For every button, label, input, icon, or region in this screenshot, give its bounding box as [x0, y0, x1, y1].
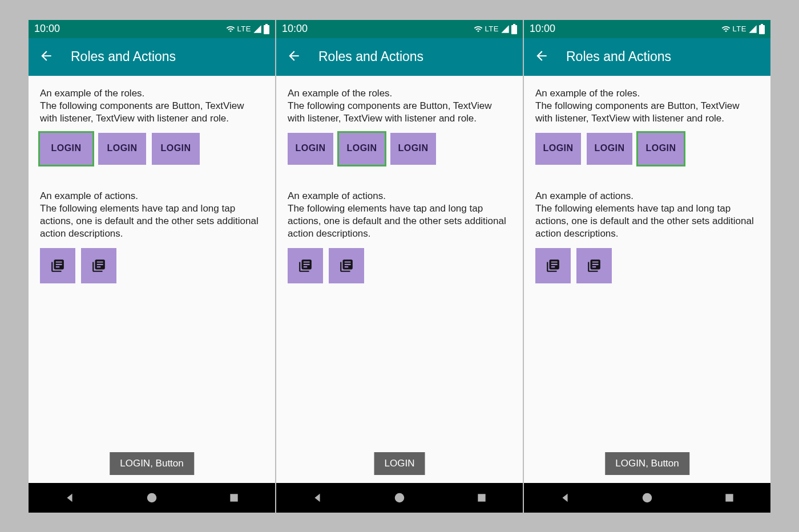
toast: LOGIN, Button [605, 452, 689, 475]
battery-icon [264, 24, 269, 34]
login-button-2[interactable]: LOGIN [587, 133, 632, 165]
signal-icon [748, 25, 757, 34]
nav-bar [276, 483, 523, 513]
phone-screen-2: 10:00 LTE Roles and Actions An example o… [276, 20, 523, 513]
svg-rect-1 [230, 494, 237, 501]
clock: 10:00 [34, 23, 60, 35]
content-area: An example of the roles. The following c… [29, 76, 275, 483]
login-button-row: LOGIN LOGIN LOGIN [40, 133, 264, 165]
actions-description: The following elements have tap and long… [40, 202, 264, 240]
svg-rect-3 [478, 494, 485, 501]
nav-recent-icon[interactable] [227, 490, 241, 505]
actions-heading: An example of actions. [288, 190, 511, 202]
signal-icon [501, 25, 510, 34]
library-books-icon [91, 258, 106, 273]
signal-icon [253, 25, 262, 34]
nav-bar [524, 483, 770, 513]
roles-description: The following components are Button, Tex… [40, 100, 264, 125]
action-button-1[interactable] [40, 248, 75, 283]
toast: LOGIN, Button [110, 452, 194, 475]
action-button-row [288, 248, 511, 283]
clock: 10:00 [530, 23, 555, 35]
login-button-2[interactable]: LOGIN [98, 133, 146, 165]
login-button-1[interactable]: LOGIN [40, 133, 92, 165]
action-button-2[interactable] [329, 248, 364, 283]
network-label: LTE [733, 25, 746, 33]
screenshot-row: 10:00 LTE Roles and Actions An example o… [29, 20, 770, 513]
wifi-icon [473, 25, 483, 34]
battery-icon [759, 24, 765, 34]
nav-back-icon[interactable] [62, 490, 77, 505]
page-title: Roles and Actions [318, 49, 423, 64]
actions-section: An example of actions. The following ele… [288, 190, 511, 283]
nav-recent-icon[interactable] [722, 490, 737, 505]
login-button-row: LOGIN LOGIN LOGIN [288, 133, 511, 165]
network-label: LTE [237, 25, 251, 33]
library-books-icon [546, 258, 560, 273]
clock: 10:00 [282, 23, 308, 35]
action-button-row [535, 248, 759, 283]
nav-home-icon[interactable] [640, 490, 655, 505]
action-button-1[interactable] [535, 248, 571, 283]
roles-description: The following components are Button, Tex… [288, 100, 511, 125]
actions-section: An example of actions. The following ele… [535, 190, 759, 283]
page-title: Roles and Actions [566, 49, 671, 64]
app-bar: Roles and Actions [524, 38, 770, 76]
svg-point-4 [643, 493, 652, 502]
login-button-2[interactable]: LOGIN [339, 133, 385, 165]
app-bar: Roles and Actions [276, 38, 523, 76]
nav-bar [29, 483, 275, 513]
roles-heading: An example of the roles. [288, 87, 511, 100]
roles-description: The following components are Button, Tex… [535, 100, 759, 125]
status-icons: LTE [473, 24, 517, 34]
roles-heading: An example of the roles. [40, 87, 264, 100]
back-icon[interactable] [39, 48, 54, 66]
login-button-row: LOGIN LOGIN LOGIN [535, 133, 759, 165]
nav-back-icon[interactable] [558, 490, 572, 505]
svg-point-0 [147, 493, 157, 502]
action-button-2[interactable] [81, 248, 116, 283]
app-bar: Roles and Actions [29, 38, 275, 76]
nav-recent-icon[interactable] [474, 490, 489, 505]
login-button-1[interactable]: LOGIN [288, 133, 333, 165]
toast: LOGIN [374, 452, 425, 475]
library-books-icon [50, 258, 65, 273]
library-books-icon [298, 258, 313, 273]
actions-heading: An example of actions. [40, 190, 264, 202]
status-bar: 10:00 LTE [29, 20, 275, 38]
content-area: An example of the roles. The following c… [276, 76, 523, 483]
login-button-3[interactable]: LOGIN [152, 133, 200, 165]
action-button-row [40, 248, 264, 283]
nav-back-icon[interactable] [310, 490, 325, 505]
page-title: Roles and Actions [71, 49, 176, 64]
phone-screen-3: 10:00 LTE Roles and Actions An example o… [524, 20, 770, 513]
phone-screen-1: 10:00 LTE Roles and Actions An example o… [29, 20, 275, 513]
network-label: LTE [485, 25, 499, 33]
back-icon[interactable] [534, 48, 549, 66]
content-area: An example of the roles. The following c… [524, 76, 770, 483]
login-button-3[interactable]: LOGIN [638, 133, 684, 165]
actions-description: The following elements have tap and long… [288, 202, 511, 240]
status-icons: LTE [225, 24, 269, 34]
nav-home-icon[interactable] [144, 490, 159, 505]
battery-icon [511, 24, 517, 34]
back-icon[interactable] [286, 48, 301, 66]
wifi-icon [721, 25, 731, 34]
status-bar: 10:00 LTE [524, 20, 770, 38]
wifi-icon [225, 25, 236, 34]
actions-heading: An example of actions. [535, 190, 759, 202]
action-button-1[interactable] [288, 248, 323, 283]
actions-description: The following elements have tap and long… [535, 202, 759, 240]
status-icons: LTE [721, 24, 765, 34]
nav-home-icon[interactable] [392, 490, 407, 505]
svg-rect-5 [725, 494, 733, 501]
status-bar: 10:00 LTE [276, 20, 523, 38]
library-books-icon [339, 258, 354, 273]
svg-point-2 [395, 493, 405, 502]
login-button-1[interactable]: LOGIN [535, 133, 581, 165]
login-button-3[interactable]: LOGIN [390, 133, 436, 165]
actions-section: An example of actions. The following ele… [40, 190, 264, 283]
library-books-icon [587, 258, 602, 273]
action-button-2[interactable] [576, 248, 612, 283]
roles-heading: An example of the roles. [535, 87, 759, 100]
